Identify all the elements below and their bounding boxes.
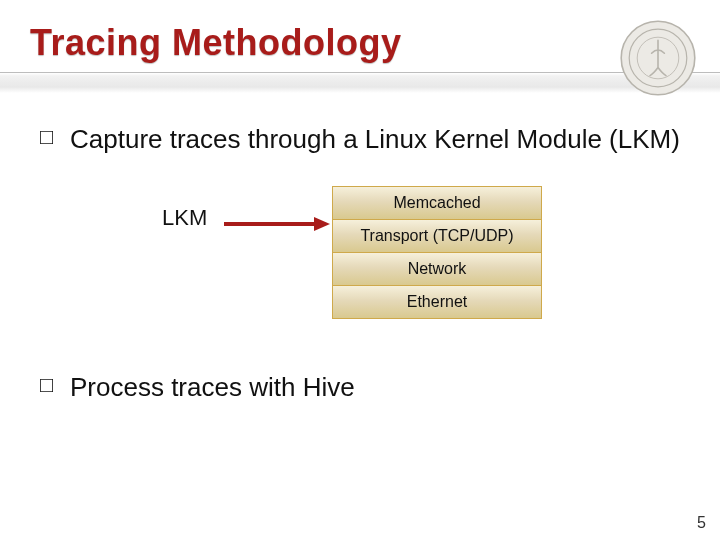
- lkm-diagram: LKM Memcached Transport (TCP/UDP) Networ…: [40, 186, 680, 346]
- network-stack: Memcached Transport (TCP/UDP) Network Et…: [332, 186, 542, 319]
- bullet-2-text: Process traces with Hive: [70, 371, 680, 404]
- bullet-1-text: Capture traces through a Linux Kernel Mo…: [70, 123, 680, 156]
- title-wrap: Tracing Methodology: [0, 0, 720, 72]
- layer-network: Network: [332, 253, 542, 286]
- bullet-marker-icon: □: [40, 123, 58, 156]
- title-divider: [0, 72, 720, 93]
- lkm-label: LKM: [162, 204, 207, 232]
- slide: Tracing Methodology □ Capture traces thr…: [0, 0, 720, 540]
- svg-marker-4: [314, 217, 330, 231]
- bullet-1: □ Capture traces through a Linux Kernel …: [40, 123, 680, 156]
- slide-title: Tracing Methodology: [30, 22, 690, 64]
- content-area: □ Capture traces through a Linux Kernel …: [0, 93, 720, 403]
- page-number: 5: [697, 514, 706, 532]
- layer-ethernet: Ethernet: [332, 286, 542, 319]
- arrow-icon: [224, 216, 330, 232]
- stanford-seal-icon: [618, 18, 698, 98]
- layer-memcached: Memcached: [332, 186, 542, 220]
- layer-transport: Transport (TCP/UDP): [332, 220, 542, 253]
- bullet-marker-icon: □: [40, 371, 58, 404]
- bullet-2: □ Process traces with Hive: [40, 371, 680, 404]
